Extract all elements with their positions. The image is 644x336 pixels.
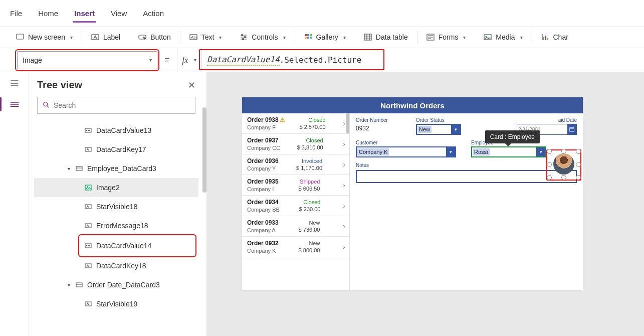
formula-input[interactable]: DataCardValue14.Selected.Picture <box>202 48 644 72</box>
svg-point-34 <box>88 245 88 246</box>
tree-view-icon[interactable] <box>9 98 21 110</box>
forms-button[interactable]: Forms ▾ <box>417 27 475 48</box>
tree-node-datacardkey18[interactable]: DataCardKey18 <box>34 256 198 275</box>
svg-rect-14 <box>364 34 371 40</box>
search-input[interactable] <box>54 101 190 109</box>
screen-icon <box>16 33 24 41</box>
resize-handle[interactable] <box>576 149 581 154</box>
resize-handle[interactable] <box>547 149 552 154</box>
order-amount: $ 230.00 <box>299 206 321 212</box>
label-icon <box>84 222 92 230</box>
tree-node-employee-datacard[interactable]: ▾ Employee_DataCard3 <box>34 159 198 178</box>
order-gallery[interactable]: Order 0938⚠Company FClosed$ 2,870.00›Ord… <box>242 113 350 290</box>
order-status-select[interactable]: New ▾ <box>416 124 461 135</box>
canvas[interactable]: Northwind Orders Order 0938⚠Company FClo… <box>207 72 644 336</box>
controls-button[interactable]: Controls ▾ <box>231 27 294 48</box>
order-company: Company CC <box>247 145 280 151</box>
caret-down-icon: ▾ <box>66 282 71 288</box>
order-list-item[interactable]: Order 0934Company BBClosed$ 230.00› <box>242 196 349 216</box>
order-number-label: Order Number <box>356 117 406 123</box>
employee-select[interactable]: Rossi ▾ <box>471 146 546 157</box>
fx-button[interactable]: fx ▾ <box>177 48 202 72</box>
svg-point-23 <box>86 130 87 130</box>
property-value: Image <box>23 56 42 64</box>
order-company: Company A <box>247 227 279 233</box>
tree-node-datacardkey17[interactable]: DataCardKey17 <box>34 140 198 159</box>
gallery-scrollbar[interactable] <box>346 113 349 133</box>
customer-label: Customer <box>356 140 456 145</box>
order-name: Order 0935 <box>247 178 279 185</box>
menu-insert[interactable]: Insert <box>73 4 96 23</box>
notes-input[interactable] <box>356 170 577 183</box>
chevron-down-icon: ▾ <box>219 35 222 40</box>
card-tooltip: Card : Employee <box>485 130 540 143</box>
card-icon <box>75 281 83 289</box>
menu-file[interactable]: File <box>9 4 23 23</box>
resize-handle[interactable] <box>547 162 552 167</box>
svg-rect-20 <box>547 38 548 40</box>
employee-image-control[interactable] <box>548 150 579 179</box>
label-icon <box>84 145 92 153</box>
chevron-down-icon: ▾ <box>451 125 460 134</box>
media-button[interactable]: Media ▾ <box>475 27 531 48</box>
formula-rest: .Selected.Picture <box>280 55 362 65</box>
order-status: Shipped <box>300 179 320 185</box>
chevron-down-icon: ▾ <box>343 35 346 40</box>
svg-point-7 <box>243 39 244 40</box>
tree-search[interactable] <box>37 97 195 114</box>
svg-point-24 <box>88 130 88 130</box>
order-list-item[interactable]: Order 0938⚠Company FClosed$ 2,870.00› <box>242 113 349 134</box>
new-screen-button[interactable]: New screen ▾ <box>7 27 82 48</box>
customer-select[interactable]: Company K ▾ <box>356 146 456 157</box>
menu-home[interactable]: Home <box>37 4 59 23</box>
button-button[interactable]: Button <box>129 27 179 48</box>
resize-handle[interactable] <box>561 149 566 154</box>
tree-node-errormessage18[interactable]: ErrorMessage18 <box>34 216 198 235</box>
menu-view[interactable]: View <box>110 4 128 23</box>
tree-node-image2[interactable]: Image2 <box>34 178 198 197</box>
tree-node-orderdate-datacard[interactable]: ▾ Order Date_DataCard3 <box>34 275 198 294</box>
label-icon <box>84 262 92 270</box>
label-button[interactable]: Label <box>82 27 129 48</box>
data-table-button[interactable]: Data table <box>355 27 417 48</box>
notes-label: Notes <box>356 162 577 168</box>
left-rail <box>0 72 29 336</box>
text-button[interactable]: Abc Text ▾ <box>180 27 231 48</box>
order-list-item[interactable]: Order 0935Company IShipped$ 606.50› <box>242 175 349 196</box>
order-company: Company BB <box>247 207 280 213</box>
hamburger-icon[interactable] <box>9 77 21 89</box>
svg-rect-8 <box>305 34 307 36</box>
equals-sign: = <box>164 55 170 65</box>
app-title: Northwind Orders <box>242 97 583 113</box>
order-list-item[interactable]: Order 0933Company ANew$ 736.00› <box>242 216 349 237</box>
tree-node-datacardvalue13[interactable]: DataCardValue13 <box>34 121 198 140</box>
chart-button[interactable]: Char <box>532 27 577 48</box>
order-list-item[interactable]: Order 0936Company YInvoiced$ 1,170.00› <box>242 154 349 175</box>
order-list-item[interactable]: Order 0932Company KNew$ 800.00› <box>242 237 349 257</box>
label-icon <box>91 33 99 41</box>
resize-handle[interactable] <box>547 175 552 180</box>
close-icon[interactable]: ✕ <box>188 80 195 91</box>
tree-scrollbar[interactable] <box>202 107 206 193</box>
tree-node-starvisible19[interactable]: StarVisible19 <box>34 294 198 313</box>
tree-node-datacardvalue14[interactable]: DataCardValue14 <box>80 236 194 255</box>
svg-point-6 <box>245 37 246 38</box>
chevron-down-icon: ▾ <box>446 147 455 156</box>
text-icon: Abc <box>189 33 197 41</box>
table-icon <box>364 33 372 41</box>
resize-handle[interactable] <box>576 162 581 167</box>
app-preview: Northwind Orders Order 0938⚠Company FClo… <box>242 97 583 290</box>
order-name: Order 0937 <box>247 137 280 144</box>
order-status: New <box>309 240 320 246</box>
order-company: Company Y <box>247 165 279 172</box>
resize-handle[interactable] <box>561 175 566 180</box>
order-list-item[interactable]: Order 0937Company CCClosed$ 3,810.00› <box>242 134 349 154</box>
menu-action[interactable]: Action <box>142 4 165 23</box>
tree-title: Tree view <box>37 79 82 91</box>
order-name: Order 0933 <box>247 219 279 226</box>
tree-node-starvisible18[interactable]: StarVisible18 <box>34 197 198 216</box>
property-selector[interactable]: Image ▾ <box>17 51 157 69</box>
gallery-button[interactable]: Gallery ▾ <box>295 27 355 48</box>
order-number-value: 0932 <box>356 124 406 132</box>
resize-handle[interactable] <box>576 175 581 180</box>
